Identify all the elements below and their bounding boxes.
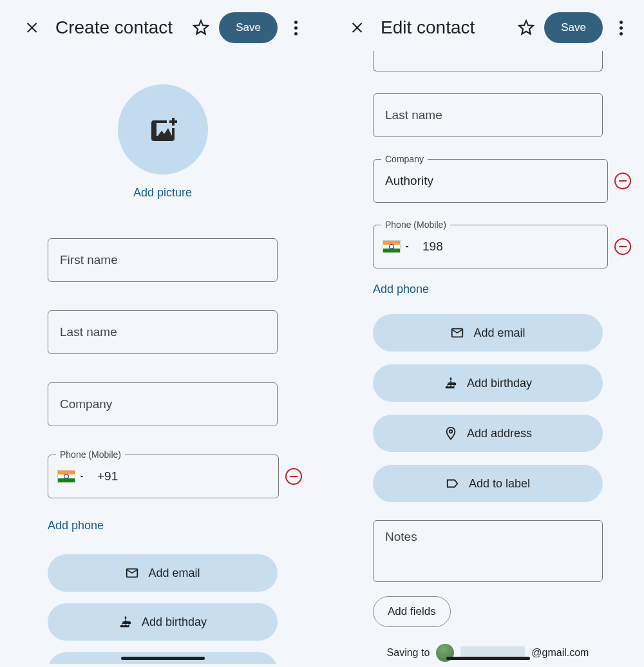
form-scroll-area: Company Phone (Mobile) Add phone xyxy=(332,51,644,662)
company-input[interactable] xyxy=(48,397,277,411)
chevron-down-icon xyxy=(403,243,411,250)
add-fields-button[interactable]: Add fields xyxy=(373,596,451,627)
add-email-button[interactable]: Add email xyxy=(373,314,603,352)
mail-icon xyxy=(125,566,139,580)
more-vert-icon xyxy=(294,21,298,35)
add-address-label: Add address xyxy=(467,427,532,440)
more-options-button[interactable] xyxy=(281,14,310,42)
save-button[interactable]: Save xyxy=(544,12,603,43)
add-birthday-label: Add birthday xyxy=(467,377,532,390)
phone-label: Phone (Mobile) xyxy=(381,220,450,230)
remove-company-button[interactable] xyxy=(614,173,631,189)
header: Create contact Save xyxy=(6,3,319,52)
phone-field-row: Phone (Mobile) xyxy=(373,225,603,268)
add-email-label: Add email xyxy=(148,567,200,580)
phone-input[interactable] xyxy=(411,240,607,254)
add-phone-link[interactable]: Add phone xyxy=(48,519,104,532)
company-field[interactable]: Company xyxy=(373,159,608,203)
company-label: Company xyxy=(381,154,428,164)
last-name-field[interactable] xyxy=(373,93,603,137)
phone-label: Phone (Mobile) xyxy=(56,449,125,460)
first-name-field-partial[interactable] xyxy=(373,51,603,71)
close-icon xyxy=(350,20,365,35)
add-email-label: Add email xyxy=(473,326,525,340)
add-picture-avatar[interactable] xyxy=(118,84,208,174)
company-field-row: Company xyxy=(373,159,603,203)
phone-field[interactable]: Phone (Mobile) xyxy=(373,225,608,268)
gesture-bar xyxy=(446,657,530,660)
picture-section: Add picture xyxy=(6,84,319,200)
company-input[interactable] xyxy=(374,174,607,188)
phone-field-row: Phone (Mobile) xyxy=(48,455,278,498)
edit-contact-screen: Edit contact Save Company Phone xyxy=(332,3,644,664)
mail-icon xyxy=(450,326,464,340)
close-icon xyxy=(24,20,40,35)
create-contact-screen: Create contact Save Add picture Phone ( xyxy=(6,3,319,664)
form: Company Phone (Mobile) Add phone xyxy=(332,93,644,296)
company-field[interactable] xyxy=(48,382,278,426)
favorite-button[interactable] xyxy=(187,14,215,42)
account-email-suffix: @gmail.com xyxy=(531,647,589,659)
actions-section: Add email Add birthday Add address Add t… xyxy=(332,314,644,502)
add-to-label-button[interactable]: Add to label xyxy=(373,465,603,502)
last-name-field[interactable] xyxy=(48,310,278,354)
remove-phone-button[interactable] xyxy=(285,468,302,485)
add-birthday-button[interactable]: Add birthday xyxy=(373,364,603,402)
label-icon xyxy=(446,476,460,491)
add-picture-link[interactable]: Add picture xyxy=(133,186,192,200)
favorite-button[interactable] xyxy=(512,14,540,42)
page-title: Edit contact xyxy=(381,17,508,38)
notes-field[interactable]: Notes xyxy=(373,520,603,582)
star-outline-icon xyxy=(518,19,535,36)
saving-to-prefix: Saving to xyxy=(387,647,430,659)
india-flag-icon xyxy=(57,470,75,483)
more-vert-icon xyxy=(620,21,623,35)
form: Phone (Mobile) Add phone xyxy=(6,238,319,532)
phone-field[interactable]: Phone (Mobile) xyxy=(48,455,279,498)
save-button[interactable]: Save xyxy=(219,12,278,43)
first-name-field[interactable] xyxy=(48,238,278,282)
close-button[interactable] xyxy=(18,14,46,42)
remove-phone-button[interactable] xyxy=(614,238,631,255)
notes-placeholder: Notes xyxy=(385,530,417,543)
cake-icon xyxy=(444,376,458,390)
first-name-input[interactable] xyxy=(48,253,277,267)
country-code-selector[interactable] xyxy=(48,470,86,483)
add-birthday-label: Add birthday xyxy=(142,615,207,629)
page-title: Create contact xyxy=(55,17,183,38)
location-icon xyxy=(444,426,458,440)
header: Edit contact Save xyxy=(332,3,644,52)
india-flag-icon xyxy=(383,240,401,253)
last-name-input[interactable] xyxy=(48,325,277,339)
last-name-input[interactable] xyxy=(374,108,602,122)
add-address-button[interactable]: Add address xyxy=(373,415,603,452)
add-phone-link[interactable]: Add phone xyxy=(373,283,429,296)
country-code-selector[interactable] xyxy=(374,240,411,253)
star-outline-icon xyxy=(193,19,209,36)
close-button[interactable] xyxy=(343,14,372,42)
add-image-icon xyxy=(147,114,178,145)
phone-input[interactable] xyxy=(86,469,278,484)
add-to-label-label: Add to label xyxy=(469,477,530,491)
add-birthday-button[interactable]: Add birthday xyxy=(48,603,278,641)
chevron-down-icon xyxy=(78,473,86,480)
gesture-bar xyxy=(121,657,205,660)
add-email-button[interactable]: Add email xyxy=(48,554,278,592)
actions-section: Add email Add birthday Add address xyxy=(6,554,319,664)
cake-icon xyxy=(118,615,133,629)
more-options-button[interactable] xyxy=(607,14,635,42)
